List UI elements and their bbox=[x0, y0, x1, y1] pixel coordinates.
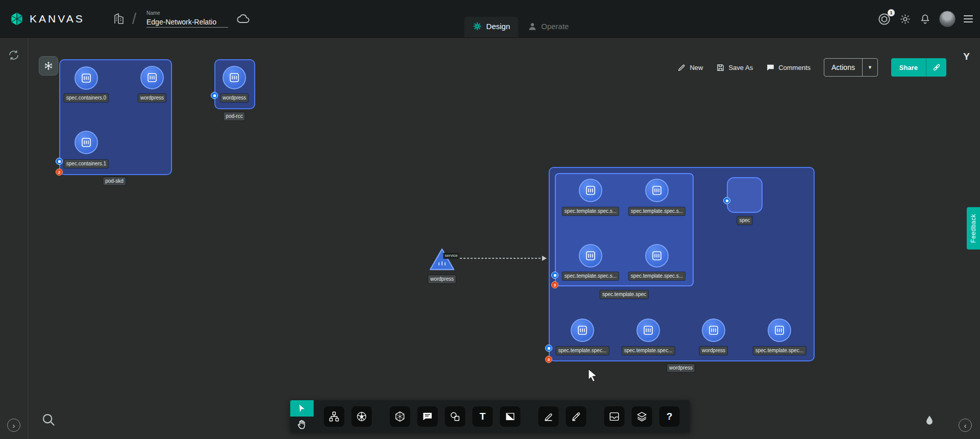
pod-badge-icon bbox=[723, 197, 730, 204]
shapes-icon bbox=[450, 411, 461, 422]
pod-badge-icon bbox=[56, 158, 63, 165]
container-icon bbox=[584, 184, 597, 197]
hamburger-menu-button[interactable] bbox=[964, 15, 973, 22]
node-template-container-0[interactable] bbox=[579, 179, 602, 202]
notifications-button[interactable] bbox=[919, 13, 931, 25]
pen-icon bbox=[571, 411, 582, 422]
edge-arrowhead-icon bbox=[542, 256, 547, 261]
design-canvas[interactable]: › spec.containers.0 wordpress spec.conta… bbox=[0, 38, 980, 439]
comment-tool-button[interactable] bbox=[418, 406, 438, 427]
node-bottom-2[interactable] bbox=[702, 319, 725, 342]
dock-select-pan bbox=[290, 400, 314, 433]
canvas-action-bar: New Save As Comments Actions ▼ Share bbox=[677, 58, 946, 77]
container-icon bbox=[651, 250, 663, 262]
zoom-button[interactable] bbox=[41, 412, 56, 429]
save-as-button[interactable]: Save As bbox=[716, 63, 753, 72]
pencil-tool-button[interactable] bbox=[538, 406, 559, 427]
new-button[interactable]: New bbox=[677, 63, 703, 72]
node-wordpress-container[interactable] bbox=[140, 66, 164, 89]
node-spec-containers-0[interactable] bbox=[75, 66, 98, 90]
header-right-cluster: 1 bbox=[877, 0, 973, 38]
help-tool-button[interactable]: ? bbox=[659, 406, 680, 427]
yaml-toggle-button[interactable]: Y bbox=[963, 51, 970, 62]
group-label-spec-template-spec: spec.template.spec bbox=[600, 290, 648, 299]
share-label: Share bbox=[899, 64, 918, 71]
comment-icon bbox=[766, 63, 775, 72]
node-template-container-1[interactable] bbox=[645, 179, 669, 202]
container-icon bbox=[146, 71, 158, 84]
help-icon: ? bbox=[667, 411, 673, 422]
node-label: spec.template.spec.s... bbox=[562, 207, 619, 215]
copy-link-button[interactable] bbox=[926, 58, 946, 77]
kubernetes-tool-button[interactable] bbox=[352, 406, 372, 427]
hand-icon bbox=[297, 419, 308, 430]
theme-ink-button[interactable] bbox=[923, 414, 936, 429]
notification-count-badge: 1 bbox=[888, 9, 895, 16]
node-bottom-0[interactable] bbox=[571, 319, 594, 342]
collapse-right-panel-button[interactable]: ‹ bbox=[959, 419, 972, 432]
actions-label: Actions bbox=[824, 63, 862, 71]
container-icon bbox=[80, 136, 92, 149]
node-bottom-1[interactable] bbox=[636, 319, 660, 342]
comments-button[interactable]: Comments bbox=[766, 63, 811, 72]
actions-dropdown-button[interactable]: Actions ▼ bbox=[824, 58, 878, 77]
node-template-container-3[interactable] bbox=[645, 244, 669, 267]
gear-icon bbox=[899, 13, 911, 25]
cluster-context-button[interactable] bbox=[39, 56, 58, 76]
comment-icon bbox=[422, 411, 433, 422]
organization-icon[interactable] bbox=[113, 13, 125, 25]
text-tool-icon: T bbox=[480, 411, 486, 422]
node-label-spec: spec bbox=[737, 216, 752, 225]
design-name-input[interactable] bbox=[146, 17, 228, 28]
mode-tabs: Design Operate bbox=[464, 17, 577, 37]
container-icon bbox=[707, 324, 720, 336]
select-tool-button[interactable] bbox=[290, 400, 314, 417]
operate-person-icon bbox=[527, 21, 537, 31]
issue-count-badge: 3 bbox=[545, 356, 552, 363]
components-icon bbox=[329, 411, 340, 422]
node-label: spec.template.spec.s... bbox=[629, 207, 685, 215]
dock-tools-row: T ? bbox=[314, 400, 690, 433]
kanvas-logo[interactable]: KANVAS bbox=[9, 11, 85, 27]
edge-label: service bbox=[443, 253, 459, 259]
tab-design[interactable]: Design bbox=[464, 17, 519, 37]
meshery-tool-button[interactable] bbox=[390, 406, 410, 427]
media-tool-button[interactable] bbox=[500, 406, 521, 427]
name-label: Name bbox=[146, 10, 228, 16]
pod-badge-icon bbox=[551, 272, 558, 279]
pan-tool-button[interactable] bbox=[290, 417, 314, 433]
snowflake-icon bbox=[43, 61, 54, 71]
cloud-sync-icon[interactable] bbox=[236, 12, 251, 26]
shapes-tool-button[interactable] bbox=[445, 406, 465, 427]
node-label: wordpress bbox=[138, 94, 166, 102]
node-wordpress-service[interactable] bbox=[428, 247, 456, 274]
components-tool-button[interactable] bbox=[324, 406, 345, 427]
share-button[interactable]: Share bbox=[891, 58, 926, 77]
node-bottom-3[interactable] bbox=[768, 319, 791, 342]
ink-drop-icon bbox=[923, 414, 936, 427]
cursor-icon bbox=[297, 403, 307, 413]
node-wordpress-container[interactable] bbox=[223, 66, 246, 89]
chevron-right-icon: › bbox=[13, 422, 15, 429]
extensions-button[interactable]: 1 bbox=[877, 12, 891, 26]
feedback-tab[interactable]: Feedback bbox=[967, 207, 980, 250]
tab-operate[interactable]: Operate bbox=[519, 17, 577, 37]
tab-operate-label: Operate bbox=[541, 22, 569, 31]
node-template-container-2[interactable] bbox=[579, 244, 602, 267]
sync-icon bbox=[8, 49, 20, 61]
drawer-tool-button[interactable] bbox=[604, 406, 625, 427]
text-tool-button[interactable]: T bbox=[473, 406, 493, 427]
user-menu-button[interactable] bbox=[939, 11, 955, 27]
sync-button[interactable] bbox=[8, 49, 20, 61]
node-spec-containers-1[interactable] bbox=[75, 131, 98, 154]
pencil-icon bbox=[543, 411, 554, 422]
expand-left-panel-button[interactable]: › bbox=[7, 419, 20, 432]
container-icon bbox=[773, 324, 786, 336]
drawer-icon bbox=[609, 411, 620, 422]
group-spec-template-spec[interactable] bbox=[555, 173, 694, 286]
node-spec[interactable] bbox=[727, 177, 763, 213]
settings-button[interactable] bbox=[899, 13, 911, 25]
layers-tool-button[interactable] bbox=[632, 406, 652, 427]
comments-label: Comments bbox=[778, 64, 811, 71]
pen-tool-button[interactable] bbox=[566, 406, 586, 427]
